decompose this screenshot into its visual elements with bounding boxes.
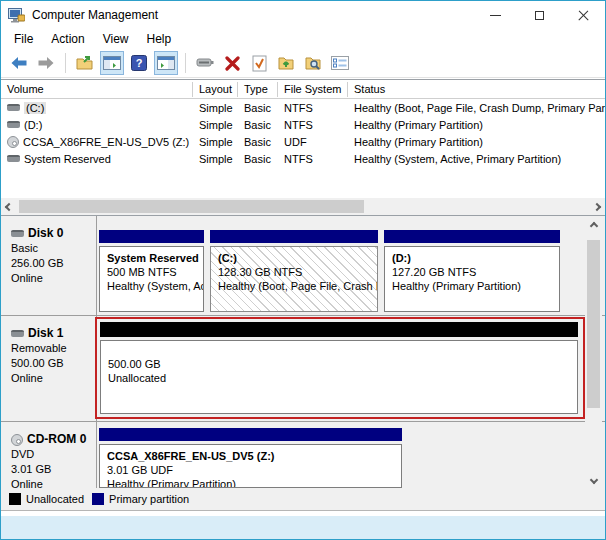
disk0-label[interactable]: Disk 0 Basic 256.00 GB Online bbox=[1, 216, 97, 315]
menu-view[interactable]: View bbox=[94, 30, 138, 48]
volume-name: (C:) bbox=[24, 102, 46, 114]
partition-health: Healthy (System, Active, Primary Partiti… bbox=[107, 279, 203, 293]
volume-name: (D:) bbox=[24, 119, 42, 131]
delete-icon bbox=[225, 56, 240, 71]
help-button[interactable]: ? bbox=[127, 51, 151, 75]
volume-layout: Simple bbox=[193, 102, 238, 114]
rescan-disks-button[interactable] bbox=[193, 51, 217, 75]
volume-file-system: NTFS bbox=[278, 153, 348, 165]
chevron-left-icon bbox=[5, 202, 13, 210]
partition-d[interactable]: (D:) 127.20 GB NTFS Healthy (Primary Par… bbox=[384, 230, 560, 315]
column-header-layout[interactable]: Layout bbox=[193, 82, 238, 97]
partition-health: Healthy (Boot, Page File, Crash Dump, Pr… bbox=[218, 279, 378, 293]
cdrom-media-region[interactable]: CCSA_X86FRE_EN-US_DV5 (Z:) 3.01 GB UDF H… bbox=[99, 428, 402, 488]
disk-media-type: DVD bbox=[11, 447, 96, 462]
table-row-volume-z[interactable]: CCSA_X86FRE_EN-US_DV5 (Z:) Simple Basic … bbox=[1, 133, 605, 150]
disk-media-type: Removable bbox=[11, 341, 96, 356]
toolbar-separator bbox=[185, 53, 186, 73]
disk-icon bbox=[11, 330, 24, 337]
menu-help[interactable]: Help bbox=[138, 30, 181, 48]
disk-name: Disk 1 bbox=[28, 326, 63, 341]
cdrom0-label[interactable]: CD-ROM 0 DVD 3.01 GB Online bbox=[1, 422, 97, 488]
delete-volume-button[interactable] bbox=[220, 51, 244, 75]
disk-status: Online bbox=[11, 271, 96, 286]
legend-label: Unallocated bbox=[26, 493, 84, 505]
help-icon: ? bbox=[131, 55, 147, 71]
volume-type: Basic bbox=[238, 136, 278, 148]
check-document-icon bbox=[252, 55, 267, 72]
partition-size: 3.01 GB UDF bbox=[107, 463, 401, 477]
menu-file[interactable]: File bbox=[5, 30, 42, 48]
disk-icon bbox=[7, 121, 20, 128]
disk-row-disk0: Disk 0 Basic 256.00 GB Online System Res… bbox=[1, 216, 605, 316]
open-folder-icon bbox=[76, 55, 94, 71]
app-icon bbox=[8, 8, 25, 23]
cd-icon bbox=[7, 136, 19, 148]
volume-type: Basic bbox=[238, 102, 278, 114]
folder-search-icon bbox=[305, 55, 322, 71]
volume-file-system: NTFS bbox=[278, 119, 348, 131]
explore-button[interactable] bbox=[301, 51, 325, 75]
column-header-type[interactable]: Type bbox=[238, 82, 278, 97]
table-row-volume-c[interactable]: (C:) Simple Basic NTFS Healthy (Boot, Pa… bbox=[1, 99, 605, 116]
properties-icon bbox=[331, 56, 349, 70]
close-button[interactable] bbox=[561, 1, 605, 29]
maximize-button[interactable] bbox=[517, 1, 561, 29]
disk-name: CD-ROM 0 bbox=[27, 432, 86, 447]
minimize-button[interactable] bbox=[473, 1, 517, 29]
scroll-left-arrow[interactable] bbox=[1, 198, 17, 215]
horizontal-scroll-track[interactable] bbox=[17, 198, 589, 215]
show-console-tree-button[interactable] bbox=[100, 51, 124, 75]
vertical-scroll-thumb[interactable] bbox=[587, 240, 600, 408]
back-icon bbox=[10, 56, 28, 70]
volume-list-panel: Volume Layout Type File System Status (C… bbox=[1, 79, 605, 216]
disk-status: Online bbox=[11, 371, 96, 386]
disk-size: 3.01 GB bbox=[11, 462, 96, 477]
volume-status: Healthy (Boot, Page File, Crash Dump, Pr… bbox=[348, 102, 605, 114]
disk1-graph: 500.00 GB Unallocated bbox=[97, 316, 605, 421]
properties-button[interactable] bbox=[328, 51, 352, 75]
partition-title: (D:) bbox=[392, 251, 559, 265]
table-row-volume-d[interactable]: (D:) Simple Basic NTFS Healthy (Primary … bbox=[1, 116, 605, 133]
menu-action[interactable]: Action bbox=[42, 30, 93, 48]
unallocated-region[interactable]: 500.00 GB Unallocated bbox=[100, 322, 578, 421]
disk-graph-view: Disk 0 Basic 256.00 GB Online System Res… bbox=[1, 216, 605, 510]
partition-c-selected[interactable]: (C:) 128.30 GB NTFS Healthy (Boot, Page … bbox=[210, 230, 378, 315]
disk1-label[interactable]: Disk 1 Removable 500.00 GB Online bbox=[1, 316, 97, 421]
volume-type: Basic bbox=[238, 119, 278, 131]
folder-up-button[interactable] bbox=[274, 51, 298, 75]
legend-item-unallocated: Unallocated bbox=[9, 493, 84, 505]
computer-management-window: Computer Management File Action View Hel… bbox=[0, 0, 606, 540]
back-button[interactable] bbox=[7, 51, 31, 75]
horizontal-scrollbar[interactable] bbox=[1, 198, 605, 215]
partition-system-reserved[interactable]: System Reserved 500 MB NTFS Healthy (Sys… bbox=[99, 230, 204, 315]
volume-layout: Simple bbox=[193, 119, 238, 131]
mark-active-button[interactable] bbox=[247, 51, 271, 75]
bottom-area bbox=[1, 516, 605, 539]
scroll-up-arrow[interactable] bbox=[585, 218, 602, 234]
scroll-right-arrow[interactable] bbox=[589, 198, 605, 215]
open-folder-button[interactable] bbox=[73, 51, 97, 75]
show-console-tree-icon bbox=[103, 56, 121, 70]
column-header-file-system[interactable]: File System bbox=[278, 82, 348, 97]
column-header-status[interactable]: Status bbox=[348, 82, 605, 97]
show-action-pane-button[interactable] bbox=[154, 51, 178, 75]
disk0-graph: System Reserved 500 MB NTFS Healthy (Sys… bbox=[97, 216, 605, 315]
volume-type: Basic bbox=[238, 153, 278, 165]
volume-file-system: NTFS bbox=[278, 102, 348, 114]
column-header-volume[interactable]: Volume bbox=[1, 82, 193, 97]
vertical-scrollbar[interactable] bbox=[585, 218, 602, 488]
table-row-system-reserved[interactable]: System Reserved Simple Basic NTFS Health… bbox=[1, 150, 605, 167]
toolbar: ? bbox=[1, 49, 605, 78]
disk-row-disk1: Disk 1 Removable 500.00 GB Online 500.00… bbox=[1, 316, 605, 422]
disk-icon bbox=[7, 104, 20, 111]
folder-up-icon bbox=[278, 55, 294, 71]
forward-button[interactable] bbox=[34, 51, 58, 75]
scroll-down-arrow[interactable] bbox=[585, 472, 602, 488]
partition-size: 128.30 GB NTFS bbox=[218, 265, 305, 279]
volume-name: CCSA_X86FRE_EN-US_DV5 (Z:) bbox=[23, 136, 189, 148]
horizontal-scroll-thumb[interactable] bbox=[19, 200, 364, 213]
close-icon bbox=[578, 10, 589, 21]
cd-icon bbox=[11, 434, 23, 446]
partition-health: Healthy (Primary Partition) bbox=[392, 279, 559, 293]
